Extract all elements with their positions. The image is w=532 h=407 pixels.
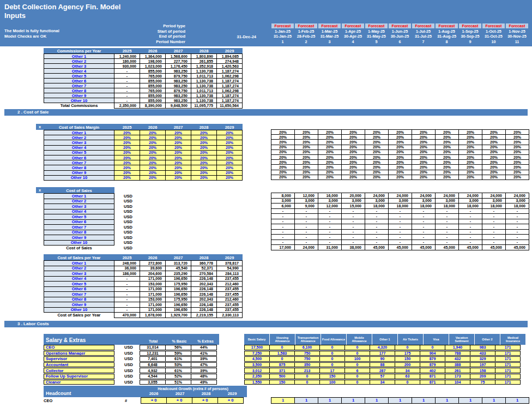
salary-detail-cell[interactable]: 4,320 [370,345,395,350]
salary-detail-cell[interactable]: 150 [319,374,345,379]
salary-detail-cell[interactable]: 0 [319,345,345,350]
salary-row-label[interactable]: CEO [44,345,114,350]
salary-detail-cell[interactable]: 1,940 [445,345,470,350]
salary-row-label[interactable]: Accountant [44,362,114,368]
salary-detail-cell[interactable]: 3,500 [244,362,270,368]
value-cell[interactable]: 20% [165,175,191,181]
salary-detail-cell[interactable]: 0 [319,356,345,362]
salary-total: 7,401 [140,356,166,362]
salary-detail-cell[interactable]: 0 [344,380,370,385]
salary-detail-cell[interactable]: 171 [495,362,521,368]
salary-detail-cell[interactable]: 57 [370,374,395,379]
salary-detail-cell[interactable]: 0 [319,362,345,368]
headcount-growth-cell[interactable]: + 0 [192,397,218,404]
cost-of-sales-x-marker[interactable]: x [36,187,44,193]
salary-detail-cell[interactable]: 0 [344,374,370,379]
salary-detail-cell[interactable]: 75 [470,380,495,385]
salary-detail-cell[interactable]: 17 [319,368,345,373]
salary-detail-cell[interactable]: 350 [294,362,320,368]
salary-detail-cell[interactable]: 34 [395,368,420,373]
salary-detail-cell[interactable]: 879 [420,356,445,362]
salary-detail-cell[interactable]: 261 [445,368,470,373]
salary-detail-cell[interactable]: 197 [470,362,495,368]
salary-detail-cell[interactable]: 171 [495,356,521,362]
salary-detail-cell[interactable]: 34 [370,380,395,385]
salary-detail-cell[interactable]: 871 [420,380,445,385]
salary-detail-cell[interactable]: 0 [344,345,370,350]
value-cell[interactable]: 20% [140,175,166,181]
salary-detail-cell[interactable]: 200 [395,362,420,368]
salary-detail-cell[interactable]: 171 [495,380,521,385]
salary-detail-cell[interactable]: 88 [370,362,395,368]
salary-detail-cell[interactable]: 1,550 [244,380,270,385]
salary-detail-cell[interactable]: 150 [395,356,420,362]
salary-detail-cell[interactable]: 371 [269,368,295,373]
salary-detail-cell[interactable]: 4,500 [244,356,270,362]
salary-detail-cell[interactable]: 150 [269,380,295,385]
salary-detail-cell[interactable]: 0 [294,374,320,379]
salary-detail-cell[interactable]: 0 [344,362,370,368]
salary-detail-cell[interactable]: 171 [495,351,521,356]
salary-detail-cell[interactable]: 0 [395,380,420,385]
salary-detail-cell[interactable]: 433 [470,351,495,356]
salary-row-label[interactable]: Supervisor [44,356,114,362]
salary-detail-cell[interactable]: 171 [495,368,521,373]
salary-row-label[interactable]: Collector [44,368,114,373]
salary-detail-cell[interactable]: 7,250 [244,351,270,356]
headcount-month-cell[interactable]: 1 [271,397,295,404]
forecast-flag: Forecast [436,23,458,28]
salary-detail-cell[interactable]: 432 [445,356,470,362]
cost-of-sales-margin-x-marker[interactable]: x [36,124,44,130]
salary-detail-cell[interactable]: 0 [395,345,420,350]
salary-row-label[interactable]: Cleaner [44,380,114,385]
period-number: 1 [271,39,294,45]
value-cell[interactable]: 20% [191,175,217,181]
salary-detail-cell[interactable]: 983 [470,345,495,350]
salary-detail-cell[interactable]: 100 [344,356,370,362]
salary-detail-cell[interactable]: 177 [370,351,395,356]
salary-detail-cell[interactable]: 500 [269,374,295,379]
salary-detail-cell[interactable]: 6,100 [294,345,320,350]
value-cell[interactable]: 20% [114,175,140,181]
salary-detail-cell[interactable]: 788 [445,351,470,356]
salary-detail-cell[interactable]: 104 [445,380,470,385]
salary-detail-cell[interactable]: 875 [269,362,295,368]
salary-detail-cell[interactable]: 173 [445,374,470,379]
salary-detail-cell[interactable]: 0 [294,380,320,385]
salary-detail-cell[interactable]: 90 [370,356,395,362]
salary-detail-cell[interactable]: 158 [470,368,495,373]
salary-detail-cell[interactable]: 329 [470,356,495,362]
salary-detail-cell[interactable]: 175 [395,351,420,356]
value-cell[interactable]: 20% [216,175,243,181]
salary-detail-cell[interactable]: 171 [495,345,521,350]
salary-detail-cell[interactable]: 0 [344,351,370,356]
salary-detail-cell[interactable]: 3,012 [244,368,270,373]
salary-detail-cell[interactable]: 0 [269,345,295,350]
salary-detail-cell[interactable]: 287 [370,368,395,373]
salary-detail-cell[interactable]: 171 [495,374,521,379]
salary-detail-cell[interactable]: 0 [269,356,295,362]
salary-detail-cell[interactable]: 100 [319,380,345,385]
salary-detail-cell[interactable]: 213 [294,368,320,373]
salary-detail-cell[interactable]: 904 [420,351,445,356]
salary-detail-cell[interactable]: 0 [420,345,445,350]
salary-detail-cell[interactable]: 879 [420,362,445,368]
headcount-growth-cell[interactable]: + 0 [166,397,192,404]
salary-detail-cell[interactable]: 2,350 [244,374,270,379]
salary-detail-cell[interactable]: 750 [294,351,320,356]
salary-detail-cell[interactable]: 63 [395,374,420,379]
salary-detail-cell[interactable]: 1,583 [269,351,295,356]
salary-row-label[interactable]: Follow Up Supervisor [44,374,114,379]
salary-detail-cell[interactable]: 209 [470,374,495,379]
salary-row-label[interactable]: Operations Manager [44,351,114,356]
salary-detail-cell[interactable]: 388 [445,362,470,368]
salary-detail-cell[interactable]: 750 [294,356,320,362]
salary-detail-cell[interactable]: 0 [319,351,345,356]
headcount-growth-cell[interactable]: + 0 [141,397,167,404]
headcount-month-cell: 1 [365,397,389,404]
salary-detail-cell[interactable]: 871 [420,374,445,379]
salary-detail-cell[interactable]: 17,500 [244,345,270,350]
headcount-growth-cell[interactable]: + 0 [217,397,244,404]
salary-detail-cell[interactable]: 6 [344,368,370,373]
salary-detail-cell[interactable]: 402 [420,368,445,373]
